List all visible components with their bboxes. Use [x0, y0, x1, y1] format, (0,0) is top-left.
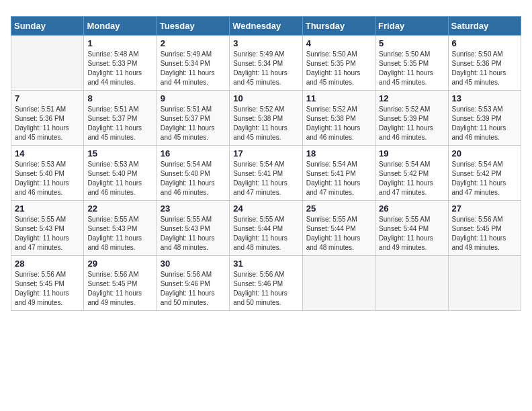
- day-cell: 22Sunrise: 5:55 AMSunset: 5:43 PMDayligh…: [84, 201, 157, 256]
- week-row-1: 1Sunrise: 5:48 AMSunset: 5:33 PMDaylight…: [11, 36, 521, 91]
- day-number: 1: [87, 38, 152, 48]
- day-number: 7: [15, 93, 80, 103]
- week-row-4: 21Sunrise: 5:55 AMSunset: 5:43 PMDayligh…: [11, 201, 521, 256]
- day-number: 5: [379, 38, 444, 48]
- day-info: Sunrise: 5:53 AMSunset: 5:39 PMDaylight:…: [452, 105, 517, 142]
- day-info: Sunrise: 5:56 AMSunset: 5:46 PMDaylight:…: [233, 270, 298, 308]
- day-info: Sunrise: 5:56 AMSunset: 5:45 PMDaylight:…: [452, 215, 517, 253]
- day-number: 28: [15, 259, 80, 269]
- day-cell: 26Sunrise: 5:55 AMSunset: 5:44 PMDayligh…: [375, 201, 448, 256]
- week-row-3: 14Sunrise: 5:53 AMSunset: 5:40 PMDayligh…: [11, 146, 521, 201]
- day-number: 29: [87, 259, 152, 269]
- day-number: 20: [452, 148, 517, 158]
- day-number: 6: [452, 38, 517, 48]
- day-number: 31: [233, 259, 298, 269]
- header-row: SundayMondayTuesdayWednesdayThursdayFrid…: [11, 17, 521, 36]
- day-info: Sunrise: 5:55 AMSunset: 5:44 PMDaylight:…: [379, 215, 444, 253]
- day-info: Sunrise: 5:54 AMSunset: 5:42 PMDaylight:…: [379, 160, 444, 197]
- day-number: 17: [233, 148, 298, 158]
- day-info: Sunrise: 5:53 AMSunset: 5:40 PMDaylight:…: [87, 160, 152, 197]
- day-info: Sunrise: 5:56 AMSunset: 5:45 PMDaylight:…: [15, 270, 80, 308]
- day-number: 14: [15, 148, 80, 158]
- day-cell: 19Sunrise: 5:54 AMSunset: 5:42 PMDayligh…: [375, 146, 448, 201]
- day-number: 22: [87, 203, 152, 214]
- day-cell: [375, 256, 448, 311]
- day-number: 15: [87, 148, 152, 158]
- day-info: Sunrise: 5:54 AMSunset: 5:41 PMDaylight:…: [233, 160, 298, 197]
- day-cell: 16Sunrise: 5:54 AMSunset: 5:40 PMDayligh…: [157, 146, 229, 201]
- day-number: 19: [379, 148, 444, 158]
- day-cell: 31Sunrise: 5:56 AMSunset: 5:46 PMDayligh…: [230, 256, 302, 311]
- day-cell: 20Sunrise: 5:54 AMSunset: 5:42 PMDayligh…: [448, 146, 521, 201]
- day-cell: 4Sunrise: 5:50 AMSunset: 5:35 PMDaylight…: [302, 36, 375, 91]
- day-cell: 3Sunrise: 5:49 AMSunset: 5:34 PMDaylight…: [230, 36, 302, 91]
- day-cell: 2Sunrise: 5:49 AMSunset: 5:34 PMDaylight…: [157, 36, 229, 91]
- day-number: 24: [233, 203, 298, 214]
- day-cell: [448, 256, 521, 311]
- day-cell: 27Sunrise: 5:56 AMSunset: 5:45 PMDayligh…: [448, 201, 521, 256]
- header-monday: Monday: [84, 17, 157, 36]
- day-cell: 14Sunrise: 5:53 AMSunset: 5:40 PMDayligh…: [11, 146, 84, 201]
- day-cell: 13Sunrise: 5:53 AMSunset: 5:39 PMDayligh…: [448, 91, 521, 146]
- day-info: Sunrise: 5:48 AMSunset: 5:33 PMDaylight:…: [87, 50, 152, 87]
- day-info: Sunrise: 5:55 AMSunset: 5:43 PMDaylight:…: [15, 215, 80, 253]
- day-cell: 5Sunrise: 5:50 AMSunset: 5:35 PMDaylight…: [375, 36, 448, 91]
- calendar-table: SundayMondayTuesdayWednesdayThursdayFrid…: [11, 16, 521, 311]
- day-number: 30: [161, 259, 226, 269]
- day-number: 23: [161, 203, 226, 214]
- day-cell: 10Sunrise: 5:52 AMSunset: 5:38 PMDayligh…: [230, 91, 302, 146]
- day-number: 27: [452, 203, 517, 214]
- day-info: Sunrise: 5:52 AMSunset: 5:38 PMDaylight:…: [233, 105, 298, 142]
- day-cell: 23Sunrise: 5:55 AMSunset: 5:43 PMDayligh…: [157, 201, 229, 256]
- day-info: Sunrise: 5:49 AMSunset: 5:34 PMDaylight:…: [233, 50, 298, 87]
- day-number: 16: [161, 148, 226, 158]
- day-number: 3: [233, 38, 298, 48]
- day-cell: [302, 256, 375, 311]
- day-cell: 21Sunrise: 5:55 AMSunset: 5:43 PMDayligh…: [11, 201, 84, 256]
- day-cell: 8Sunrise: 5:51 AMSunset: 5:37 PMDaylight…: [84, 91, 157, 146]
- day-number: 12: [379, 93, 444, 103]
- day-info: Sunrise: 5:52 AMSunset: 5:39 PMDaylight:…: [379, 105, 444, 142]
- day-info: Sunrise: 5:55 AMSunset: 5:44 PMDaylight:…: [306, 215, 371, 253]
- day-cell: 25Sunrise: 5:55 AMSunset: 5:44 PMDayligh…: [302, 201, 375, 256]
- header-sunday: Sunday: [11, 17, 84, 36]
- day-number: 2: [161, 38, 226, 48]
- week-row-5: 28Sunrise: 5:56 AMSunset: 5:45 PMDayligh…: [11, 256, 521, 311]
- day-cell: 1Sunrise: 5:48 AMSunset: 5:33 PMDaylight…: [84, 36, 157, 91]
- day-cell: 29Sunrise: 5:56 AMSunset: 5:45 PMDayligh…: [84, 256, 157, 311]
- day-info: Sunrise: 5:56 AMSunset: 5:46 PMDaylight:…: [161, 270, 226, 308]
- day-number: 11: [306, 93, 371, 103]
- day-cell: 28Sunrise: 5:56 AMSunset: 5:45 PMDayligh…: [11, 256, 84, 311]
- day-info: Sunrise: 5:52 AMSunset: 5:38 PMDaylight:…: [306, 105, 371, 142]
- day-info: Sunrise: 5:50 AMSunset: 5:35 PMDaylight:…: [379, 50, 444, 87]
- day-number: 13: [452, 93, 517, 103]
- day-number: 26: [379, 203, 444, 214]
- day-cell: 7Sunrise: 5:51 AMSunset: 5:36 PMDaylight…: [11, 91, 84, 146]
- day-cell: [11, 36, 84, 91]
- day-number: 8: [87, 93, 152, 103]
- day-cell: 15Sunrise: 5:53 AMSunset: 5:40 PMDayligh…: [84, 146, 157, 201]
- day-cell: 11Sunrise: 5:52 AMSunset: 5:38 PMDayligh…: [302, 91, 375, 146]
- day-number: 25: [306, 203, 371, 214]
- day-cell: 18Sunrise: 5:54 AMSunset: 5:41 PMDayligh…: [302, 146, 375, 201]
- day-info: Sunrise: 5:50 AMSunset: 5:36 PMDaylight:…: [452, 50, 517, 87]
- day-info: Sunrise: 5:51 AMSunset: 5:37 PMDaylight:…: [87, 105, 152, 142]
- day-info: Sunrise: 5:54 AMSunset: 5:41 PMDaylight:…: [306, 160, 371, 197]
- day-number: 18: [306, 148, 371, 158]
- day-cell: 30Sunrise: 5:56 AMSunset: 5:46 PMDayligh…: [157, 256, 229, 311]
- day-info: Sunrise: 5:49 AMSunset: 5:34 PMDaylight:…: [161, 50, 226, 87]
- day-info: Sunrise: 5:51 AMSunset: 5:37 PMDaylight:…: [161, 105, 226, 142]
- header-wednesday: Wednesday: [230, 17, 302, 36]
- day-number: 10: [233, 93, 298, 103]
- day-info: Sunrise: 5:53 AMSunset: 5:40 PMDaylight:…: [15, 160, 80, 197]
- day-info: Sunrise: 5:54 AMSunset: 5:42 PMDaylight:…: [452, 160, 517, 197]
- header-thursday: Thursday: [302, 17, 375, 36]
- day-number: 4: [306, 38, 371, 48]
- header-saturday: Saturday: [448, 17, 521, 36]
- day-info: Sunrise: 5:54 AMSunset: 5:40 PMDaylight:…: [161, 160, 226, 197]
- day-cell: 9Sunrise: 5:51 AMSunset: 5:37 PMDaylight…: [157, 91, 229, 146]
- day-info: Sunrise: 5:51 AMSunset: 5:36 PMDaylight:…: [15, 105, 80, 142]
- day-number: 9: [161, 93, 226, 103]
- day-cell: 17Sunrise: 5:54 AMSunset: 5:41 PMDayligh…: [230, 146, 302, 201]
- header-tuesday: Tuesday: [157, 17, 229, 36]
